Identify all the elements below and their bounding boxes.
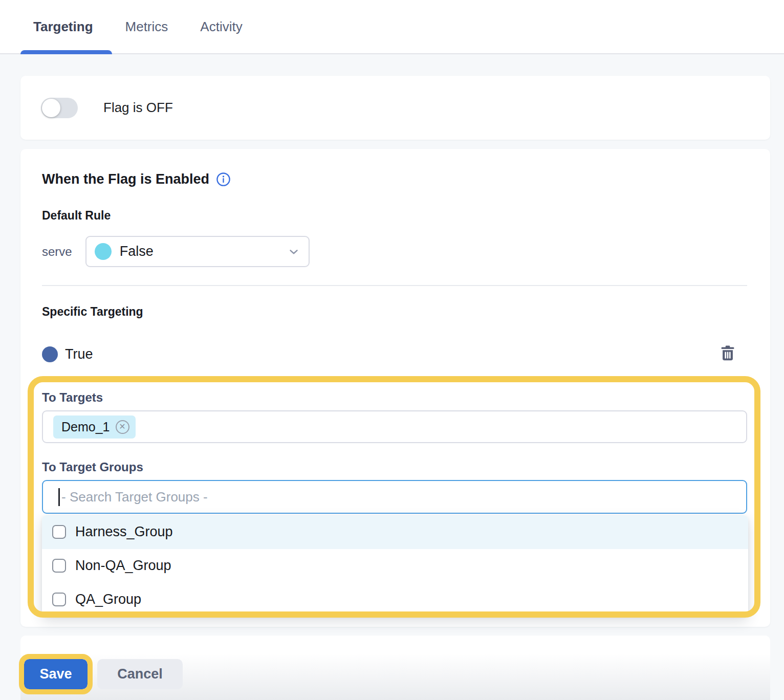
target-chip-label: Demo_1	[61, 420, 110, 434]
target-groups-dropdown: Harness_Group Non-QA_Group QA_Group	[42, 515, 748, 616]
default-rule-heading: Default Rule	[42, 209, 111, 223]
specific-targeting-heading: Specific Targeting	[42, 305, 143, 319]
group-option-non-qa[interactable]: Non-QA_Group	[42, 549, 748, 583]
group-option-harness[interactable]: Harness_Group	[42, 515, 748, 549]
group-option-qa[interactable]: QA_Group	[42, 582, 748, 616]
chevron-down-icon	[287, 245, 300, 258]
flag-status-card: Flag is OFF	[20, 76, 770, 140]
targets-input[interactable]: Demo_1 ✕	[42, 410, 747, 443]
to-targets-label: To Targets	[42, 390, 103, 405]
circle-x-icon[interactable]: ✕	[116, 420, 129, 434]
text-caret	[58, 488, 60, 506]
flag-status-label: Flag is OFF	[103, 100, 173, 116]
tab-bar: Targeting Metrics Activity	[0, 0, 784, 54]
target-groups-search-box	[42, 480, 747, 514]
checkbox-icon[interactable]	[52, 593, 66, 606]
targeting-rules-card: When the Flag is Enabled Default Rule se…	[20, 149, 770, 627]
variation-select-value: False	[120, 244, 154, 259]
serve-label: serve	[42, 245, 72, 259]
flag-toggle[interactable]	[41, 98, 78, 118]
toggle-knob	[42, 99, 60, 117]
form-actions-footer: Save Cancel	[20, 636, 770, 700]
checkbox-icon[interactable]	[52, 559, 66, 573]
true-variation-dot	[42, 346, 58, 362]
checkbox-icon[interactable]	[52, 525, 66, 539]
info-circle-icon[interactable]	[216, 172, 231, 187]
group-option-label: Harness_Group	[75, 524, 173, 540]
group-option-label: QA_Group	[75, 592, 141, 607]
cancel-button[interactable]: Cancel	[97, 659, 183, 689]
tab-activity[interactable]: Activity	[200, 19, 242, 35]
tab-metrics[interactable]: Metrics	[125, 19, 168, 35]
true-variation-label: True	[65, 346, 93, 362]
active-tab-underline	[20, 50, 112, 54]
to-target-groups-label: To Target Groups	[42, 460, 143, 474]
section-divider	[42, 285, 747, 286]
false-variation-dot	[95, 243, 112, 260]
trash-icon[interactable]	[719, 344, 736, 362]
group-option-label: Non-QA_Group	[75, 558, 171, 574]
variation-select[interactable]: False	[85, 236, 310, 267]
target-groups-search-input[interactable]	[43, 481, 746, 513]
tab-targeting[interactable]: Targeting	[33, 19, 93, 35]
save-button[interactable]: Save	[24, 659, 88, 689]
when-flag-enabled-heading: When the Flag is Enabled	[42, 171, 231, 187]
default-rule-serve-row: serve False	[42, 236, 310, 267]
feature-flag-targeting-page: Targeting Metrics Activity Flag is OFF W…	[0, 0, 784, 700]
target-chip: Demo_1 ✕	[53, 415, 136, 439]
true-variation-row: True	[42, 344, 93, 364]
when-flag-enabled-title: When the Flag is Enabled	[42, 171, 209, 187]
